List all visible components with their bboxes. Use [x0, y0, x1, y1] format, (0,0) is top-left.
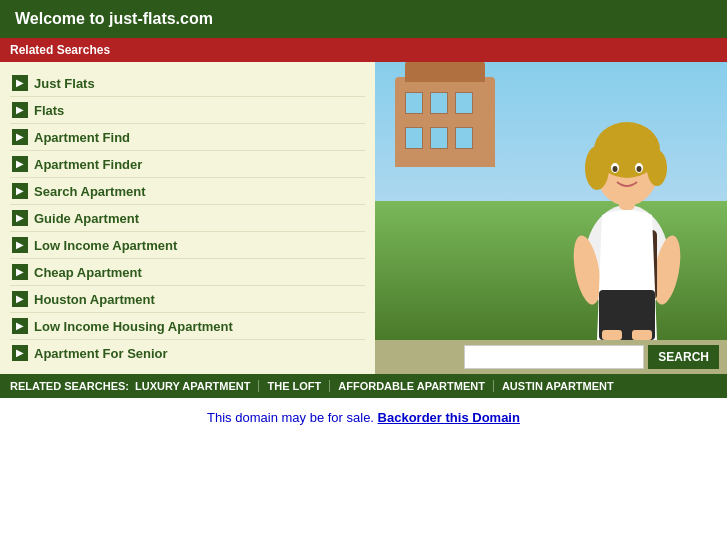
link-item-houston-apartment: ▶Houston Apartment [10, 286, 365, 313]
bottom-related-label: RELATED SEARCHES: [10, 380, 129, 392]
link-apartment-finder[interactable]: Apartment Finder [34, 157, 142, 172]
woman-illustration [537, 62, 717, 340]
link-item-low-income-apartment: ▶Low Income Apartment [10, 232, 365, 259]
footer-text: This domain may be for sale. [207, 410, 374, 425]
link-item-search-apartment: ▶Search Apartment [10, 178, 365, 205]
link-item-low-income-housing-apartment: ▶Low Income Housing Apartment [10, 313, 365, 340]
svg-point-12 [637, 166, 642, 172]
link-low-income-apartment[interactable]: Low Income Apartment [34, 238, 177, 253]
link-cheap-apartment[interactable]: Cheap Apartment [34, 265, 142, 280]
main-content: ▶Just Flats▶Flats▶Apartment Find▶Apartme… [0, 62, 727, 374]
arrow-icon: ▶ [12, 291, 28, 307]
arrow-icon: ▶ [12, 264, 28, 280]
site-title: Welcome to just-flats.com [15, 10, 213, 27]
link-item-apartment-find: ▶Apartment Find [10, 124, 365, 151]
hero-image [375, 62, 727, 340]
links-panel: ▶Just Flats▶Flats▶Apartment Find▶Apartme… [0, 62, 375, 374]
bottom-related-bar: RELATED SEARCHES: LUXURY APARTMENTTHE LO… [0, 374, 727, 398]
link-just-flats[interactable]: Just Flats [34, 76, 95, 91]
building-window [405, 92, 423, 114]
svg-point-8 [647, 150, 667, 186]
link-item-apartment-for-senior: ▶Apartment For Senior [10, 340, 365, 366]
arrow-icon: ▶ [12, 345, 28, 361]
related-searches-bar: Related Searches [0, 38, 727, 62]
related-searches-label: Related Searches [10, 43, 110, 57]
svg-point-7 [585, 146, 609, 190]
arrow-icon: ▶ [12, 210, 28, 226]
bottom-link-the-loft[interactable]: THE LOFT [259, 380, 330, 392]
building-window [455, 92, 473, 114]
arrow-icon: ▶ [12, 129, 28, 145]
site-header: Welcome to just-flats.com [0, 0, 727, 38]
link-item-cheap-apartment: ▶Cheap Apartment [10, 259, 365, 286]
bottom-link-affordable-apartment[interactable]: AFFORDABLE APARTMENT [330, 380, 494, 392]
arrow-icon: ▶ [12, 75, 28, 91]
link-item-apartment-finder: ▶Apartment Finder [10, 151, 365, 178]
link-item-just-flats: ▶Just Flats [10, 70, 365, 97]
arrow-icon: ▶ [12, 183, 28, 199]
svg-point-11 [613, 166, 618, 172]
link-item-guide-apartment: ▶Guide Apartment [10, 205, 365, 232]
svg-rect-15 [632, 330, 652, 340]
building-window [430, 92, 448, 114]
search-row: SEARCH [375, 340, 727, 374]
arrow-icon: ▶ [12, 102, 28, 118]
link-guide-apartment[interactable]: Guide Apartment [34, 211, 139, 226]
arrow-icon: ▶ [12, 237, 28, 253]
link-apartment-find[interactable]: Apartment Find [34, 130, 130, 145]
bottom-link-luxury-apartment[interactable]: LUXURY APARTMENT [135, 380, 260, 392]
backorder-link[interactable]: Backorder this Domain [378, 410, 520, 425]
right-section: SEARCH [375, 62, 727, 374]
link-houston-apartment[interactable]: Houston Apartment [34, 292, 155, 307]
link-low-income-housing-apartment[interactable]: Low Income Housing Apartment [34, 319, 233, 334]
footer: This domain may be for sale. Backorder t… [0, 398, 727, 437]
svg-rect-14 [602, 330, 622, 340]
link-apartment-for-senior[interactable]: Apartment For Senior [34, 346, 168, 361]
link-item-flats: ▶Flats [10, 97, 365, 124]
arrow-icon: ▶ [12, 156, 28, 172]
building-window [455, 127, 473, 149]
building-window [405, 127, 423, 149]
bottom-link-austin-apartment[interactable]: AUSTIN APARTMENT [494, 380, 622, 392]
link-flats[interactable]: Flats [34, 103, 64, 118]
search-button[interactable]: SEARCH [648, 345, 719, 369]
search-input[interactable] [464, 345, 644, 369]
building-window [430, 127, 448, 149]
building-illustration [395, 77, 495, 167]
arrow-icon: ▶ [12, 318, 28, 334]
link-search-apartment[interactable]: Search Apartment [34, 184, 146, 199]
